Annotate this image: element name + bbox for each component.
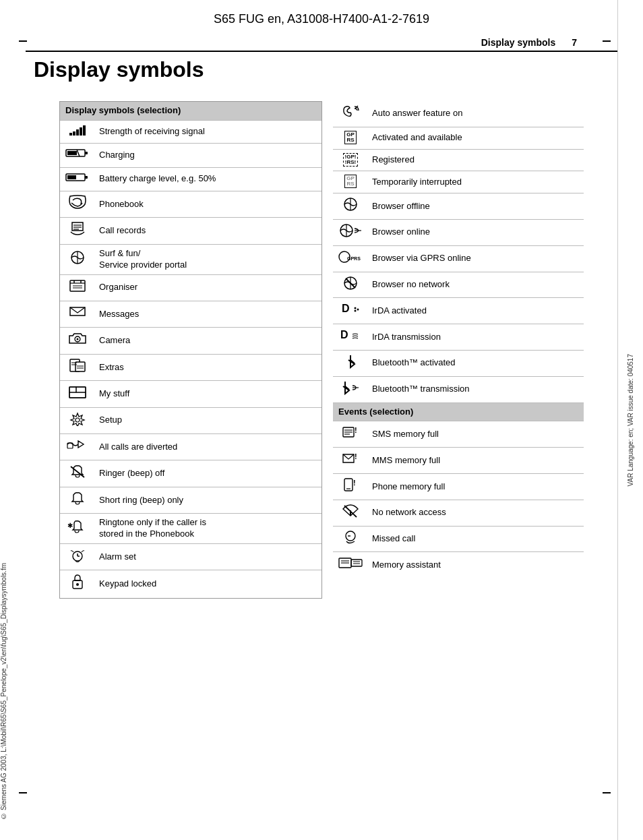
table-row: Memory assistant <box>333 552 584 578</box>
no-network-icon <box>341 504 360 518</box>
table-row: Browser online <box>333 219 584 245</box>
svg-rect-1 <box>85 152 88 154</box>
table-row: D IrDA activated <box>333 298 584 324</box>
camera-icon-cell <box>60 328 95 354</box>
phone-full-icon-cell: ! <box>333 474 368 500</box>
charging-icon-cell <box>60 144 95 167</box>
phonebook-icon-cell <box>60 191 95 218</box>
page-title: S65 FUG en, A31008-H7400-A1-2-7619 <box>0 0 643 32</box>
gprs-registered-text: Registered <box>368 149 584 171</box>
table-row: Bluetooth™ activated <box>333 350 584 376</box>
main-heading: Display symbols <box>0 57 643 82</box>
memory-assistant-icon <box>338 556 363 570</box>
table-row: Camera <box>60 328 322 354</box>
browser-offline-text: Browser offline <box>368 193 584 220</box>
header-section: Display symbols 7 <box>26 32 617 52</box>
browser-offline-icon <box>341 197 360 212</box>
alarm-icon-cell <box>60 543 95 570</box>
table-row: Auto answer feature on <box>333 101 584 127</box>
table-row: All calls are diverted <box>60 433 322 460</box>
browser-nonetwork-icon <box>341 276 360 291</box>
svg-point-18 <box>77 338 79 340</box>
irda-transmission-icon: D <box>339 328 362 342</box>
browser-nonetwork-icon-cell <box>333 272 368 298</box>
browser-online-text: Browser online <box>368 219 584 245</box>
page-number: 7 <box>572 37 577 48</box>
autoanswer-icon <box>340 104 361 119</box>
organiser-text: Organiser <box>95 274 322 301</box>
svg-line-31 <box>71 467 84 477</box>
callrecords-text: Call records <box>95 218 322 244</box>
bluetooth-activated-icon <box>343 354 358 369</box>
right-symbol-table: Auto answer feature on GPRS Activated an… <box>333 101 584 578</box>
side-mark-top-left <box>19 40 27 42</box>
svg-rect-2 <box>67 151 77 155</box>
irda-activated-icon: D <box>340 301 361 316</box>
table-row: Browser no network <box>333 272 584 298</box>
gprs-registered-icon: !GP!!RS! <box>343 153 359 167</box>
signal-icon-cell <box>60 120 95 143</box>
setup-text: Setup <box>95 407 322 433</box>
irda-activated-text: IrDA activated <box>368 298 584 324</box>
battery-icon <box>65 171 90 183</box>
keypad-icon <box>71 574 84 590</box>
svg-point-29 <box>75 418 80 422</box>
setup-icon <box>68 411 87 426</box>
phonebook-text: Phonebook <box>95 191 322 218</box>
ringeroff-icon <box>68 464 87 479</box>
bluetooth-activated-text: Bluetooth™ activated <box>368 350 584 376</box>
shortring-icon-cell <box>60 487 95 513</box>
table-row: Alarm set <box>60 543 322 570</box>
svg-text:!: ! <box>355 452 357 460</box>
mms-full-icon: ! <box>341 451 360 466</box>
setup-icon-cell <box>60 407 95 433</box>
table-row: Charging <box>60 144 322 167</box>
svg-text:GPRS: GPRS <box>347 256 361 261</box>
side-mark-top-right <box>603 40 611 42</box>
browser-gprs-text: Browser via GPRS online <box>368 245 584 272</box>
organiser-icon-cell <box>60 274 95 301</box>
keypad-icon-cell <box>60 570 95 598</box>
alarm-text: Alarm set <box>95 543 322 570</box>
main-content: Display symbols (selection) Strength of … <box>26 90 617 609</box>
shortring-text: Short ring (beep) only <box>95 487 322 513</box>
phone-full-icon: ! <box>341 477 360 492</box>
ringtonephonebook-text: Ringtone only if the caller isstored in … <box>95 514 322 544</box>
camera-text: Camera <box>95 328 322 354</box>
table-row: ! Phone memory full <box>333 474 584 500</box>
table-row: Strength of receiving signal <box>60 120 322 143</box>
mystuff-text: My stuff <box>95 381 322 407</box>
no-network-icon-cell <box>333 500 368 526</box>
left-symbol-table: Display symbols (selection) Strength of … <box>60 102 322 598</box>
svg-rect-5 <box>85 176 88 179</box>
missed-call-icon-cell <box>333 526 368 552</box>
events-header: Events (selection) <box>333 402 584 421</box>
side-mark-bottom-left <box>19 792 27 793</box>
messages-text: Messages <box>95 301 322 328</box>
irda-transmission-text: IrDA transmission <box>368 324 584 351</box>
callrecords-icon-cell <box>60 218 95 244</box>
diverted-icon <box>66 438 89 452</box>
no-network-text: No network access <box>368 500 584 526</box>
ringtonephonebook-icon-cell: ✱ <box>60 514 95 544</box>
table-row: Bluetooth™ transmission <box>333 376 584 402</box>
svg-point-51 <box>357 309 359 311</box>
side-mark-bottom-right <box>603 792 611 793</box>
right-sidebar: VAR Language: en; VAR issue date: 040517 <box>617 0 643 840</box>
mystuff-icon <box>67 384 88 399</box>
bluetooth-transmission-text: Bluetooth™ transmission <box>368 376 584 402</box>
svg-point-39 <box>76 583 79 586</box>
left-table-header: Display symbols (selection) <box>60 102 322 120</box>
memory-assistant-text: Memory assistant <box>368 552 584 578</box>
svg-point-50 <box>355 310 357 312</box>
gprs-activated-text: Activated and available <box>368 127 584 149</box>
table-row: Messages <box>60 301 322 328</box>
left-table-header-row: Display symbols (selection) <box>60 102 322 120</box>
keypad-text: Keypad locked <box>95 570 322 598</box>
table-row: !GP!!RS! Registered <box>333 149 584 171</box>
autoanswer-icon-cell <box>333 101 368 127</box>
battery-text: Battery charge level, e.g. 50% <box>95 167 322 191</box>
table-row: Ringer (beep) off <box>60 460 322 487</box>
svg-text:D: D <box>342 303 350 314</box>
sms-full-icon: ! <box>341 425 360 440</box>
